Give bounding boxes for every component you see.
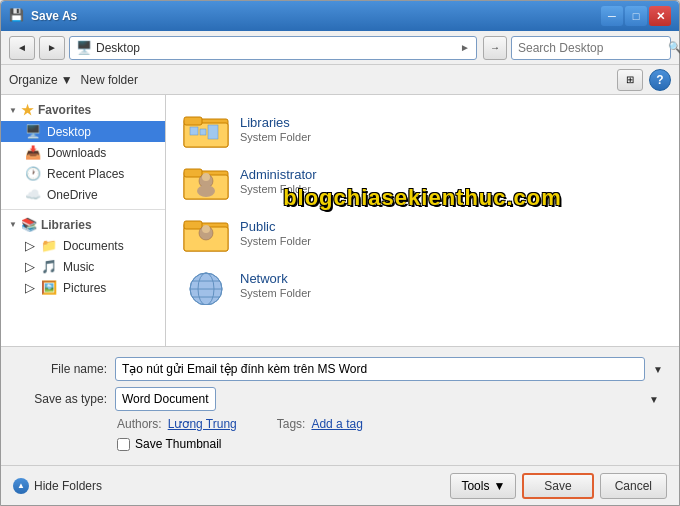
- save-button[interactable]: Save: [522, 473, 593, 499]
- sidebar-item-label: Documents: [63, 239, 124, 253]
- organize-button[interactable]: Organize ▼: [9, 73, 73, 87]
- savetype-row: Save as type: Word Document ▼: [17, 387, 663, 411]
- address-text: Desktop: [96, 41, 456, 55]
- documents-folder-icon: 📁: [41, 238, 57, 253]
- back-button[interactable]: ◄: [9, 36, 35, 60]
- svg-point-16: [202, 225, 210, 233]
- libraries-info: Libraries System Folder: [240, 115, 663, 143]
- search-input[interactable]: [518, 41, 668, 55]
- title-buttons: ─ □ ✕: [601, 6, 671, 26]
- title-bar: 💾 Save As ─ □ ✕: [1, 1, 679, 31]
- tags-label: Tags:: [277, 417, 306, 431]
- sidebar-item-downloads[interactable]: 📥 Downloads: [1, 142, 165, 163]
- sidebar-item-onedrive[interactable]: ☁️ OneDrive: [1, 184, 165, 205]
- hide-folders-icon: ▲: [13, 478, 29, 494]
- sidebar-item-documents[interactable]: ▷ 📁 Documents: [1, 235, 165, 256]
- sidebar-item-label: Recent Places: [47, 167, 124, 181]
- minimize-button[interactable]: ─: [601, 6, 623, 26]
- savetype-select[interactable]: Word Document: [115, 387, 216, 411]
- thumbnail-row: Save Thumbnail: [17, 437, 663, 451]
- public-info: Public System Folder: [240, 219, 663, 247]
- sidebar: ▼ ★ Favorites 🖥️ Desktop 📥 Downloads 🕐 R…: [1, 95, 166, 346]
- onedrive-icon: ☁️: [25, 187, 41, 202]
- authors-label: Authors:: [117, 417, 162, 431]
- file-item-public[interactable]: Public System Folder: [174, 207, 671, 259]
- bottom-buttons-bar: ▲ Hide Folders Tools ▼ Save Cancel: [1, 465, 679, 505]
- file-item-network[interactable]: Network System Folder: [174, 259, 671, 311]
- sidebar-divider: [1, 209, 165, 210]
- filename-dropdown-icon[interactable]: ▼: [653, 364, 663, 375]
- close-button[interactable]: ✕: [649, 6, 671, 26]
- music-expand-icon: ▷: [25, 259, 35, 274]
- documents-icon: ▷: [25, 238, 35, 253]
- administrator-info: Administrator System Folder: [240, 167, 663, 195]
- libraries-name: Libraries: [240, 115, 663, 130]
- libraries-folder-icon: 📚: [21, 217, 37, 232]
- sidebar-item-music[interactable]: ▷ 🎵 Music: [1, 256, 165, 277]
- meta-row: Authors: Lương Trung Tags: Add a tag: [17, 417, 663, 431]
- tools-arrow-icon: ▼: [493, 479, 505, 493]
- maximize-button[interactable]: □: [625, 6, 647, 26]
- hide-folders-button[interactable]: ▲ Hide Folders: [13, 478, 102, 494]
- forward-button[interactable]: ►: [39, 36, 65, 60]
- thumbnail-label: Save Thumbnail: [135, 437, 222, 451]
- savetype-arrow-icon: ▼: [649, 394, 659, 405]
- sidebar-item-label: Pictures: [63, 281, 106, 295]
- cancel-button[interactable]: Cancel: [600, 473, 667, 499]
- libraries-header[interactable]: ▼ 📚 Libraries: [1, 214, 165, 235]
- save-as-dialog: 💾 Save As ─ □ ✕ ◄ ► 🖥️ Desktop ► → 🔍 Org…: [0, 0, 680, 506]
- address-bar[interactable]: 🖥️ Desktop ►: [69, 36, 477, 60]
- search-box[interactable]: 🔍: [511, 36, 671, 60]
- svg-rect-3: [190, 127, 198, 135]
- pictures-icon: 🖼️: [41, 280, 57, 295]
- address-dropdown-icon: ►: [460, 42, 470, 53]
- go-button[interactable]: →: [483, 36, 507, 60]
- sidebar-item-label: Desktop: [47, 125, 91, 139]
- filename-input[interactable]: [115, 357, 645, 381]
- tools-button[interactable]: Tools ▼: [450, 473, 516, 499]
- sidebar-item-label: OneDrive: [47, 188, 98, 202]
- libraries-folder-svg: [182, 109, 230, 149]
- savetype-label: Save as type:: [17, 392, 107, 406]
- desktop-icon: 🖥️: [76, 40, 92, 55]
- pictures-expand-icon: ▷: [25, 280, 35, 295]
- downloads-icon: 📥: [25, 145, 41, 160]
- sidebar-item-recent-places[interactable]: 🕐 Recent Places: [1, 163, 165, 184]
- network-type: System Folder: [240, 287, 663, 299]
- help-button[interactable]: ?: [649, 69, 671, 91]
- bottom-form: File name: ▼ Save as type: Word Document…: [1, 346, 679, 465]
- file-list: Libraries System Folder Administrator Sy…: [166, 95, 679, 346]
- public-folder-svg: [182, 213, 230, 253]
- address-toolbar: ◄ ► 🖥️ Desktop ► → 🔍: [1, 31, 679, 65]
- thumbnail-checkbox[interactable]: [117, 438, 130, 451]
- new-folder-button[interactable]: New folder: [81, 73, 138, 87]
- administrator-type: System Folder: [240, 183, 663, 195]
- main-area: ▼ ★ Favorites 🖥️ Desktop 📥 Downloads 🕐 R…: [1, 95, 679, 346]
- view-button[interactable]: ⊞: [617, 69, 643, 91]
- search-icon: 🔍: [668, 41, 680, 54]
- organize-label: Organize: [9, 73, 58, 87]
- thumbnail-checkbox-label[interactable]: Save Thumbnail: [117, 437, 222, 451]
- network-name: Network: [240, 271, 663, 286]
- filename-label: File name:: [17, 362, 107, 376]
- tags-item: Tags: Add a tag: [277, 417, 363, 431]
- tags-value[interactable]: Add a tag: [311, 417, 362, 431]
- favorites-header[interactable]: ▼ ★ Favorites: [1, 99, 165, 121]
- file-item-libraries[interactable]: Libraries System Folder: [174, 103, 671, 155]
- sidebar-item-pictures[interactable]: ▷ 🖼️ Pictures: [1, 277, 165, 298]
- actions-toolbar: Organize ▼ New folder ⊞ ?: [1, 65, 679, 95]
- svg-rect-14: [184, 221, 202, 229]
- window-title: Save As: [31, 9, 77, 23]
- svg-rect-4: [200, 129, 206, 135]
- authors-value[interactable]: Lương Trung: [168, 417, 237, 431]
- title-bar-left: 💾 Save As: [9, 8, 77, 24]
- action-buttons: Tools ▼ Save Cancel: [450, 473, 667, 499]
- admin-folder-svg: [182, 161, 230, 201]
- favorites-star-icon: ★: [21, 102, 34, 118]
- file-item-administrator[interactable]: Administrator System Folder: [174, 155, 671, 207]
- sidebar-item-desktop[interactable]: 🖥️ Desktop: [1, 121, 165, 142]
- authors-item: Authors: Lương Trung: [117, 417, 237, 431]
- libraries-label: Libraries: [41, 218, 92, 232]
- tools-label: Tools: [461, 479, 489, 493]
- network-info: Network System Folder: [240, 271, 663, 299]
